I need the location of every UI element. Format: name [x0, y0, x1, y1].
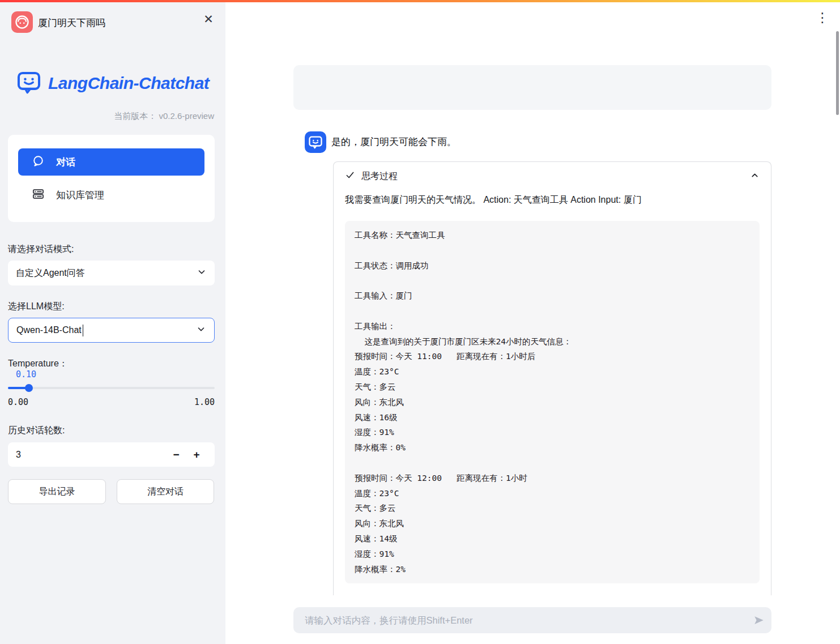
app-window: ✕ LangChain-Chatchat 当前版本： v0.2.6-previe…: [0, 0, 840, 644]
dialogue-mode-select[interactable]: 自定义Agent问答: [8, 261, 215, 285]
assistant-message-text: 是的，厦门明天可能会下雨。: [331, 135, 457, 150]
chat-input-container: [293, 607, 771, 633]
history-rounds-value[interactable]: 3: [16, 450, 166, 460]
temperature-slider[interactable]: [8, 384, 215, 392]
export-history-button[interactable]: 导出记录: [8, 479, 106, 504]
temperature-min: 0.00: [8, 397, 28, 407]
nav-item-knowledge-base[interactable]: 知识库管理: [18, 181, 204, 208]
user-message-text: 厦门明天下雨吗: [38, 16, 105, 29]
nav-item-label: 对话: [56, 156, 75, 169]
temperature-max: 1.00: [194, 397, 215, 407]
tool-output-code-block: 工具名称：天气查询工具 工具状态：调用成功 工具输入：厦门 工具输出： 这是查询…: [345, 221, 760, 583]
logo-text: LangChain-Chatchat: [48, 74, 209, 93]
main-menu-kebab-icon[interactable]: ⋮: [815, 9, 830, 26]
version-label: 当前版本：: [114, 111, 156, 121]
thought-process-expander: 思考过程 我需要查询厦门明天的天气情况。 Action: 天气查询工具 Acti…: [333, 161, 771, 595]
nav-menu: 对话 知识库管理: [8, 135, 215, 222]
running-status-bar: [0, 0, 840, 2]
check-icon: [345, 170, 355, 182]
llm-model-select[interactable]: Qwen-14B-Chat: [8, 318, 215, 343]
chat-bubble-icon: [32, 155, 45, 170]
text-cursor: [83, 325, 84, 336]
assistant-avatar: [305, 131, 326, 153]
chevron-down-icon: [197, 267, 207, 279]
dialogue-mode-label: 请选择对话模式:: [8, 244, 74, 255]
chevron-down-icon: [196, 324, 206, 336]
llm-model-value: Qwen-14B-Chat: [16, 325, 196, 336]
history-rounds-label: 历史对话轮数:: [8, 425, 65, 437]
server-stack-icon: [32, 187, 45, 203]
sidebar-close-icon[interactable]: ✕: [199, 10, 218, 28]
tool-output-text: 工具名称：天气查询工具 工具状态：调用成功 工具输入：厦门 工具输出： 这是查询…: [355, 228, 750, 577]
nav-item-label: 知识库管理: [56, 189, 104, 202]
temperature-slider-thumb[interactable]: [25, 384, 33, 392]
increment-button[interactable]: +: [186, 445, 207, 465]
version-value: v0.2.6-preview: [159, 111, 214, 121]
llm-model-label: 选择LLM模型:: [8, 301, 65, 313]
user-avatar: [11, 11, 33, 33]
version-info: 当前版本： v0.2.6-preview: [114, 111, 214, 122]
slider-track[interactable]: [8, 387, 215, 389]
chevron-up-icon[interactable]: [750, 170, 760, 182]
scrollbar[interactable]: [836, 31, 839, 115]
expander-header[interactable]: 思考过程: [334, 162, 771, 190]
sidebar: ✕ LangChain-Chatchat 当前版本： v0.2.6-previe…: [0, 2, 225, 644]
app-logo: LangChain-Chatchat: [15, 69, 209, 97]
nav-item-dialogue[interactable]: 对话: [18, 148, 204, 176]
history-rounds-stepper: 3 − +: [8, 442, 215, 467]
chat-input[interactable]: [293, 607, 747, 633]
logo-chat-bubble-icon: [15, 69, 43, 97]
send-icon[interactable]: [747, 607, 771, 633]
decrement-button[interactable]: −: [166, 445, 186, 465]
temperature-label: Temperature：: [8, 358, 68, 370]
dialogue-mode-value: 自定义Agent问答: [16, 267, 197, 279]
agent-thought-text: 我需要查询厦门明天的天气情况。 Action: 天气查询工具 Action In…: [334, 193, 771, 207]
expander-title: 思考过程: [361, 170, 750, 182]
temperature-current-value: 0.10: [16, 369, 36, 379]
clear-dialogue-button[interactable]: 清空对话: [117, 479, 214, 504]
user-message: [293, 65, 771, 110]
temperature-range: 0.00 1.00: [8, 397, 215, 407]
